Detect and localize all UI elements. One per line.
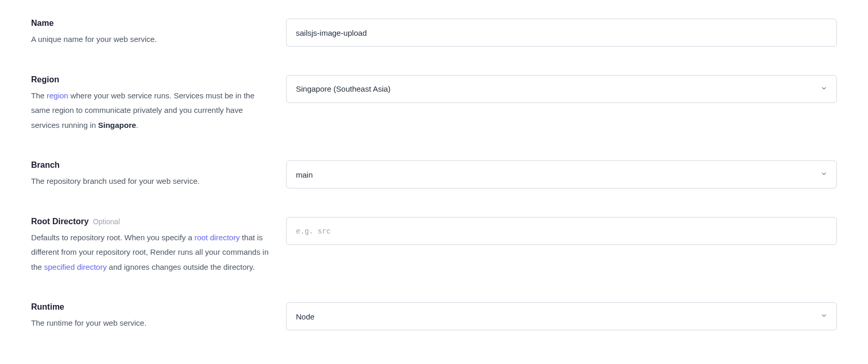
name-desc: A unique name for your web service. [31, 32, 269, 47]
region-select-value: Singapore (Southeast Asia) [296, 84, 391, 93]
region-select[interactable]: Singapore (Southeast Asia) [286, 75, 837, 103]
field-row-runtime: Runtime The runtime for your web service… [31, 302, 837, 331]
input-col-runtime: Node [286, 302, 837, 330]
root-directory-desc-suffix: and ignores changes outside the director… [107, 263, 255, 271]
field-row-name: Name A unique name for your web service. [31, 19, 837, 47]
runtime-select[interactable]: Node [286, 302, 837, 330]
label-col-region: Region The region where your web service… [31, 75, 269, 133]
input-col-branch: main [286, 161, 837, 188]
region-select-wrap: Singapore (Southeast Asia) [286, 75, 837, 103]
label-col-name: Name A unique name for your web service. [31, 19, 269, 47]
runtime-label: Runtime [31, 302, 269, 312]
name-input[interactable] [286, 19, 837, 47]
region-link[interactable]: region [47, 91, 68, 100]
branch-desc: The repository branch used for your web … [31, 174, 269, 189]
root-directory-label: Root Directory Optional [31, 217, 269, 226]
label-col-runtime: Runtime The runtime for your web service… [31, 302, 269, 331]
runtime-select-wrap: Node [286, 302, 837, 330]
input-col-root-directory [286, 217, 837, 245]
region-desc-strong: Singapore [98, 121, 136, 129]
label-col-branch: Branch The repository branch used for yo… [31, 161, 269, 189]
runtime-select-value: Node [296, 312, 315, 321]
branch-label: Branch [31, 161, 269, 170]
field-row-region: Region The region where your web service… [31, 75, 837, 133]
runtime-desc: The runtime for your web service. [31, 316, 269, 331]
branch-select[interactable]: main [286, 161, 837, 188]
root-directory-link-1[interactable]: root directory [194, 233, 240, 242]
root-directory-label-text: Root Directory [31, 217, 89, 226]
branch-select-value: main [296, 170, 313, 179]
field-row-branch: Branch The repository branch used for yo… [31, 161, 837, 189]
region-desc: The region where your web service runs. … [31, 89, 269, 133]
branch-select-wrap: main [286, 161, 837, 188]
root-directory-desc-prefix: Defaults to repository root. When you sp… [31, 233, 194, 242]
input-col-name [286, 19, 837, 47]
field-row-root-directory: Root Directory Optional Defaults to repo… [31, 217, 837, 275]
input-col-region: Singapore (Southeast Asia) [286, 75, 837, 103]
name-label: Name [31, 19, 269, 28]
region-desc-prefix: The [31, 91, 47, 100]
region-desc-suffix: . [136, 121, 138, 129]
label-col-root-directory: Root Directory Optional Defaults to repo… [31, 217, 269, 275]
root-directory-optional-tag: Optional [93, 217, 120, 226]
region-label: Region [31, 75, 269, 84]
root-directory-desc: Defaults to repository root. When you sp… [31, 230, 269, 275]
root-directory-link-2[interactable]: specified directory [44, 263, 107, 271]
root-directory-input[interactable] [286, 217, 837, 245]
